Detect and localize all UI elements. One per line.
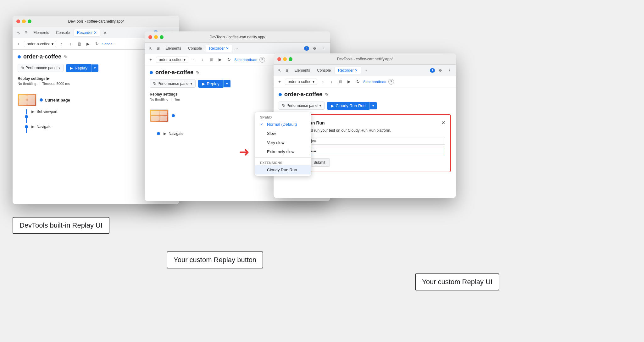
perf-panel-btn-3[interactable]: ↻ Performance panel ▾ xyxy=(279,102,325,110)
export-btn-3[interactable]: ↑ xyxy=(319,78,326,85)
expand-icon-2[interactable]: ⊞ xyxy=(155,45,162,52)
cloudy-run-run-item[interactable]: Cloudy Run Run xyxy=(255,165,311,174)
replay-btn-1[interactable]: ▶ Replay ▾ xyxy=(66,64,98,72)
tab-recorder-2[interactable]: Recorder ✕ xyxy=(206,45,232,52)
settings-section-2: Replay settings No throttling | Tim xyxy=(150,92,180,101)
traffic-lights-3 xyxy=(277,57,292,61)
tab-recorder-3[interactable]: Recorder ✕ xyxy=(335,67,361,74)
import-btn-3[interactable]: ↓ xyxy=(328,78,335,85)
timeout-val-2: Tim xyxy=(174,97,180,101)
tab-console-3[interactable]: Console xyxy=(314,67,334,74)
refresh-btn-3[interactable]: ↻ xyxy=(354,78,361,85)
dropdown-arrow-2: ▾ xyxy=(184,58,186,62)
replay-arrow-btn-1[interactable]: ▾ xyxy=(91,64,98,72)
recording-name-pill-3[interactable]: order-a-coffee ▾ xyxy=(285,79,317,85)
dropdown-divider xyxy=(255,157,311,158)
tab-console-2[interactable]: Console xyxy=(185,45,205,52)
refresh-btn-2[interactable]: ↻ xyxy=(225,56,232,63)
name-input[interactable] xyxy=(309,137,445,145)
tab-more-2[interactable]: » xyxy=(233,45,242,52)
minimize-dot[interactable] xyxy=(22,19,26,23)
import-btn-1[interactable]: ↓ xyxy=(67,41,74,47)
settings-icon-3[interactable]: ⚙ xyxy=(437,67,444,74)
settings-values-1: No throttling | Timeout: 5000 ms xyxy=(18,82,70,86)
tab-console-1[interactable]: Console xyxy=(53,29,73,36)
tab-elements-1[interactable]: Elements xyxy=(30,29,52,36)
speed-section-label: Speed xyxy=(255,113,311,120)
timeout-val-1: Timeout: 5000 ms xyxy=(42,82,70,86)
help-btn-3[interactable]: ? xyxy=(388,79,394,85)
play-btn-1[interactable]: ▶ xyxy=(85,41,92,47)
speed-normal[interactable]: ✓ Normal (Default) xyxy=(255,120,311,129)
export-btn-1[interactable]: ↑ xyxy=(58,41,65,47)
export-btn-2[interactable]: ↑ xyxy=(190,56,197,63)
recording-name-pill-2[interactable]: order-a-coffee ▾ xyxy=(156,57,188,63)
recording-name-pill-1[interactable]: order-a-coffee ▾ xyxy=(24,41,56,47)
delete-btn-2[interactable]: 🗑 xyxy=(208,56,215,63)
close-dot-3[interactable] xyxy=(277,57,281,61)
tab-elements-2[interactable]: Elements xyxy=(162,45,184,52)
cloudy-btn[interactable]: ▶ Cloudy Run Run ▾ xyxy=(327,102,376,110)
replay-arrow-btn-2[interactable]: ▾ xyxy=(223,80,230,87)
settings-icon-2[interactable]: ⚙ xyxy=(311,45,318,52)
maximize-dot-2[interactable] xyxy=(160,35,164,39)
settings-values-2: No throttling | Tim xyxy=(150,97,180,101)
submit-btn[interactable]: Submit xyxy=(309,158,330,167)
send-feedback-3[interactable]: Send feedback xyxy=(363,80,386,84)
expand-icon[interactable]: ⊞ xyxy=(23,29,30,36)
add-recording-btn-2[interactable]: + xyxy=(147,56,154,63)
tab-more-3[interactable]: » xyxy=(362,67,370,74)
step-text-navigate[interactable]: ▶ Navigate xyxy=(31,124,52,129)
expand-icon-3[interactable]: ⊞ xyxy=(284,67,291,74)
replay-btn-2[interactable]: ▶ Replay ▾ xyxy=(198,80,230,88)
edit-icon-1[interactable]: ✎ xyxy=(64,54,68,59)
recording-title-row-3: order-a-coffee ✎ xyxy=(279,91,451,98)
cloudy-arrow-btn[interactable]: ▾ xyxy=(369,102,377,109)
cursor-icon-3[interactable]: ↖ xyxy=(276,67,283,74)
minimize-dot-2[interactable] xyxy=(154,35,158,39)
speed-extremely-slow-label: Extremely slow xyxy=(267,149,294,154)
speed-slow[interactable]: Slow xyxy=(255,129,311,138)
import-btn-2[interactable]: ↓ xyxy=(199,56,206,63)
tab-more-1[interactable]: » xyxy=(101,29,109,36)
speed-very-slow[interactable]: Very slow xyxy=(255,138,311,147)
refresh-btn-1[interactable]: ↻ xyxy=(93,41,100,47)
more-icon-3[interactable]: ⋮ xyxy=(446,67,453,74)
close-panel-btn[interactable]: ✕ xyxy=(441,120,445,126)
add-recording-btn[interactable]: + xyxy=(15,41,22,47)
perf-panel-btn-1[interactable]: ↻ Performance panel ▾ xyxy=(18,64,64,72)
maximize-dot[interactable] xyxy=(28,19,31,23)
play-btn-3[interactable]: ▶ xyxy=(346,78,353,85)
step-text-viewport[interactable]: ▶ Set viewport xyxy=(31,109,57,114)
replay-main-btn-2[interactable]: ▶ Replay xyxy=(198,80,223,88)
tab-elements-3[interactable]: Elements xyxy=(291,67,313,74)
cloudy-main-btn[interactable]: ▶ Cloudy Run Run xyxy=(327,102,369,110)
edit-icon-3[interactable]: ✎ xyxy=(325,92,329,97)
status-dot-1 xyxy=(18,55,21,58)
title-bar-3: DevTools - coffee-cart.netlify.app/ xyxy=(274,53,456,65)
cursor-icon[interactable]: ↖ xyxy=(15,29,22,36)
help-btn-2[interactable]: ? xyxy=(259,57,265,63)
perf-arrow-2: ▾ xyxy=(191,82,192,86)
red-arrow-icon: ➜ xyxy=(239,145,250,159)
send-feedback-2[interactable]: Send feedback xyxy=(234,58,257,62)
step-text-nav-2[interactable]: ▶ Navigate xyxy=(164,131,184,136)
tab-recorder-1[interactable]: Recorder ✕ xyxy=(74,29,100,36)
close-dot-2[interactable] xyxy=(148,35,152,39)
replay-main-btn-1[interactable]: ▶ Replay xyxy=(66,64,91,72)
replay-play-icon-1: ▶ xyxy=(70,66,73,70)
more-icon-2[interactable]: ⋮ xyxy=(320,45,328,52)
add-recording-btn-3[interactable]: + xyxy=(276,78,283,85)
close-dot[interactable] xyxy=(16,19,20,23)
delete-btn-1[interactable]: 🗑 xyxy=(76,41,83,47)
password-input[interactable] xyxy=(309,148,445,155)
speed-extremely-slow[interactable]: Extremely slow xyxy=(255,147,311,156)
cursor-icon-2[interactable]: ↖ xyxy=(147,45,154,52)
play-btn-2[interactable]: ▶ xyxy=(217,56,224,63)
perf-panel-btn-2[interactable]: ↻ Performance panel ▾ xyxy=(150,80,196,88)
send-feedback-1[interactable]: Send f... xyxy=(102,42,115,46)
maximize-dot-3[interactable] xyxy=(289,57,292,61)
delete-btn-3[interactable]: 🗑 xyxy=(337,78,344,85)
minimize-dot-3[interactable] xyxy=(283,57,287,61)
edit-icon-2[interactable]: ✎ xyxy=(196,70,200,75)
